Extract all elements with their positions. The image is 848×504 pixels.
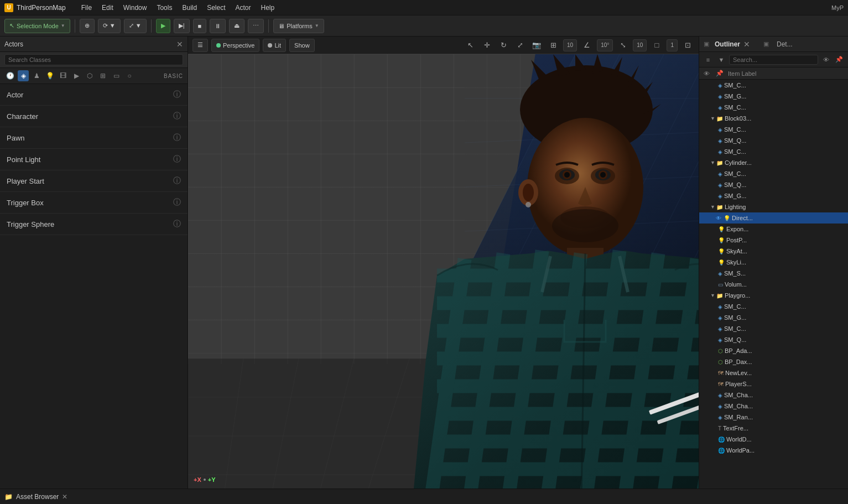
tree-item-sm-q-1[interactable]: ◈ SM_Q... xyxy=(699,135,848,146)
menu-tools[interactable]: Tools xyxy=(152,3,176,13)
filter-visual-icon[interactable]: 🎞 xyxy=(58,70,69,81)
tree-item-sm-g-1[interactable]: ◈ SM_G... xyxy=(699,91,848,102)
actor-info-pawn[interactable]: ⓘ xyxy=(173,133,181,143)
actor-info-player-start[interactable]: ⓘ xyxy=(173,176,181,186)
tree-item-sm-g-2[interactable]: ◈ SM_G... xyxy=(699,190,848,201)
grid-icon[interactable]: ⊞ xyxy=(547,39,560,52)
actor-info-actor[interactable]: ⓘ xyxy=(173,90,181,100)
tree-item-direct[interactable]: 👁 💡 Direct... xyxy=(699,212,848,224)
filter-all-icon[interactable]: ⊞ xyxy=(97,70,108,81)
tree-item-sm-q-3[interactable]: ◈ SM_Q... xyxy=(699,334,848,345)
tree-item-sm-cha-2[interactable]: ◈ SM_Cha... xyxy=(699,401,848,412)
tree-item-sm-cha[interactable]: ◈ SM_Cha... xyxy=(699,389,848,401)
search-classes-input[interactable] xyxy=(4,54,183,65)
actor-item-trigger-box[interactable]: Trigger Box ⓘ xyxy=(0,192,188,214)
actor-item-point-light[interactable]: Point Light ⓘ xyxy=(0,149,188,170)
maximize-icon[interactable]: ⊡ xyxy=(681,39,694,52)
tree-item-skyat[interactable]: 💡 SkyAt... xyxy=(699,246,848,257)
grid-snap-value[interactable]: 10 xyxy=(563,39,577,51)
asset-browser-tab[interactable]: Asset Browser xyxy=(16,493,59,501)
actor-item-trigger-sphere[interactable]: Trigger Sphere ⓘ xyxy=(0,214,188,235)
menu-edit[interactable]: Edit xyxy=(97,3,118,13)
tree-item-sm-c-1[interactable]: ◈ SM_C... xyxy=(699,80,848,91)
tree-item-sm-c-7[interactable]: ◈ SM_C... xyxy=(699,323,848,334)
outliner-vis-icon[interactable]: 👁 xyxy=(820,54,831,65)
tree-item-bp-dax[interactable]: ⬡ BP_Dax... xyxy=(699,356,848,367)
platforms-button[interactable]: 🖥 Platforms ▼ xyxy=(273,19,324,33)
details-tab[interactable]: Det... xyxy=(774,40,795,48)
angle-icon[interactable]: ∠ xyxy=(580,39,594,52)
tree-item-sm-c-3[interactable]: ◈ SM_C... xyxy=(699,124,848,135)
actor-item-player-start[interactable]: Player Start ⓘ xyxy=(0,170,188,192)
tree-item-expon[interactable]: 💡 Expon... xyxy=(699,224,848,235)
asset-browser-close[interactable]: ✕ xyxy=(62,493,67,501)
menu-file[interactable]: File xyxy=(77,3,96,13)
aspect-icon[interactable]: □ xyxy=(650,39,663,52)
tree-item-playgro[interactable]: ▼ 📁 Playgro... xyxy=(699,290,848,301)
filter-clock-icon[interactable]: 🕐 xyxy=(4,70,15,81)
transform-btn-3[interactable]: ⤢ ▼ xyxy=(124,19,147,33)
tree-item-sm-ran[interactable]: ◈ SM_Ran... xyxy=(699,412,848,423)
menu-build[interactable]: Build xyxy=(178,3,201,13)
tree-item-skyli[interactable]: 💡 SkyLi... xyxy=(699,257,848,268)
actor-info-trigger-sphere[interactable]: ⓘ xyxy=(173,219,181,229)
filter-trigger-icon[interactable]: ▶ xyxy=(71,70,82,81)
actor-item-actor[interactable]: Actor ⓘ xyxy=(0,84,188,106)
more-options-button[interactable]: ⋯ xyxy=(248,19,264,33)
scale-snap-icon[interactable]: ⤡ xyxy=(616,39,630,52)
lit-button[interactable]: Lit xyxy=(263,39,286,52)
tree-item-volum[interactable]: ▭ Volum... xyxy=(699,279,848,290)
tree-item-players[interactable]: 🗺 PlayerS... xyxy=(699,378,848,389)
actor-info-point-light[interactable]: ⓘ xyxy=(173,154,181,164)
tree-item-sm-g-3[interactable]: ◈ SM_G... xyxy=(699,312,848,323)
actor-item-character[interactable]: Character ⓘ xyxy=(0,106,188,127)
angle-snap-value[interactable]: 10° xyxy=(597,39,613,51)
filter-sphere-icon[interactable]: ○ xyxy=(124,70,135,81)
outliner-filter-icon[interactable]: ≡ xyxy=(703,54,714,65)
menu-window[interactable]: Window xyxy=(119,3,152,13)
pause-button[interactable]: ⏸ xyxy=(210,19,226,33)
play-button[interactable]: ▶ xyxy=(156,19,170,33)
tree-item-worldd[interactable]: 🌐 WorldD... xyxy=(699,434,848,445)
menu-actor[interactable]: Actor xyxy=(231,3,256,13)
outliner-sort-icon[interactable]: ▼ xyxy=(716,54,727,65)
tree-item-postp[interactable]: 💡 PostP... xyxy=(699,235,848,246)
tree-item-newlev[interactable]: 🗺 NewLev... xyxy=(699,367,848,378)
tree-item-sm-c-5[interactable]: ◈ SM_C... xyxy=(699,168,848,179)
filter-box-icon[interactable]: ▭ xyxy=(111,70,122,81)
step-button[interactable]: ▶| xyxy=(174,19,190,33)
outliner-close-button[interactable]: ✕ xyxy=(743,40,750,49)
tree-item-lighting[interactable]: ▼ 📁 Lighting xyxy=(699,201,848,212)
tree-item-sm-c-4[interactable]: ◈ SM_C... xyxy=(699,146,848,157)
tree-item-bp-ada[interactable]: ⬡ BP_Ada... xyxy=(699,345,848,356)
actors-tab-close[interactable]: ✕ xyxy=(176,40,183,49)
rotate-icon[interactable]: ↻ xyxy=(497,39,510,52)
stop-button[interactable]: ■ xyxy=(193,19,207,33)
scale-icon[interactable]: ⤢ xyxy=(513,39,527,52)
vis-icon-direct[interactable]: 👁 xyxy=(716,215,721,221)
selection-mode-button[interactable]: ↖ Selection Mode ▼ xyxy=(4,19,70,33)
select-mode-icon[interactable]: ↖ xyxy=(464,39,477,52)
viewport-menu-button[interactable]: ☰ xyxy=(193,39,208,52)
show-button[interactable]: Show xyxy=(289,39,315,52)
viewport[interactable]: ☰ Perspective Lit Show ↖ ✛ ↻ ⤢ 📷 ⊞ 10 ∠ … xyxy=(188,37,699,489)
camera-icon[interactable]: 📷 xyxy=(530,39,543,52)
transform-btn-1[interactable]: ⊕ xyxy=(80,19,95,33)
camera-speed-value[interactable]: 1 xyxy=(667,39,678,51)
tree-item-sm-c-6[interactable]: ◈ SM_C... xyxy=(699,301,848,312)
transform-btn-2[interactable]: ⟳ ▼ xyxy=(98,19,121,33)
actor-info-character[interactable]: ⓘ xyxy=(173,111,181,121)
actor-info-trigger-box[interactable]: ⓘ xyxy=(173,198,181,207)
tree-item-sm-q-2[interactable]: ◈ SM_Q... xyxy=(699,179,848,190)
filter-blueprint-icon[interactable]: ⬡ xyxy=(84,70,95,81)
filter-pawn-icon[interactable]: ♟ xyxy=(31,70,42,81)
menu-help[interactable]: Help xyxy=(257,3,279,13)
filter-shape-icon[interactable]: ◈ xyxy=(18,70,29,81)
menu-select[interactable]: Select xyxy=(202,3,230,13)
scale-snap-value[interactable]: 10 xyxy=(633,39,647,51)
tree-item-worldpa[interactable]: 🌐 WorldPa... xyxy=(699,445,848,456)
eject-button[interactable]: ⏏ xyxy=(229,19,244,33)
outliner-pin-icon[interactable]: 📌 xyxy=(834,54,845,65)
tree-item-block03[interactable]: ▼ 📁 Block03... xyxy=(699,113,848,124)
viewport-scene[interactable]: +X +Y xyxy=(188,54,699,489)
